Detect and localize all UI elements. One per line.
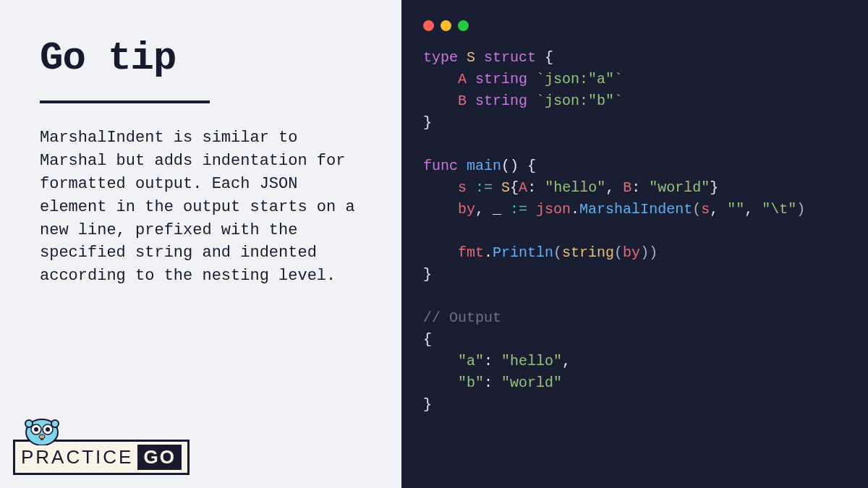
kw-struct: struct (484, 49, 536, 66)
brace: { (510, 179, 519, 196)
type-string: string (562, 244, 614, 261)
func-println: Println (493, 244, 553, 261)
json-tag-a: `json:"a"` (536, 71, 623, 87)
title-divider (40, 100, 210, 103)
str-empty: "" (727, 201, 744, 218)
brace: { (536, 49, 553, 66)
func-marshal: MarshalIndent (579, 201, 692, 218)
minimize-dot-icon (441, 20, 451, 31)
page-title: Go tip (40, 36, 362, 80)
json-key-b: "b" (458, 374, 484, 391)
comma: , (744, 201, 762, 218)
code-panel: type S struct { A string `json:"a"` B st… (401, 0, 868, 488)
arg-s: s (701, 201, 710, 218)
colon: : (484, 374, 501, 391)
dot: . (484, 244, 493, 261)
field-a: A (458, 71, 467, 87)
paren: ) (796, 201, 805, 218)
window-controls (423, 20, 846, 31)
json-key-a: "a" (458, 353, 484, 369)
underscore: _ (493, 201, 501, 218)
var-by: by (458, 201, 475, 218)
dot: . (571, 201, 579, 218)
close-brace: } (423, 266, 432, 283)
maximize-dot-icon (458, 20, 469, 31)
colon: : (484, 353, 501, 369)
json-val-world: "world" (501, 374, 562, 391)
logo-go-text: GO (137, 445, 181, 470)
field-a: A (519, 179, 527, 196)
svg-point-1 (25, 420, 33, 427)
comment-output: // Output (423, 309, 501, 326)
logo-area: PRACTICE GO (13, 409, 190, 475)
comma: , (605, 179, 623, 196)
colon: : (527, 179, 545, 196)
str-world: "world" (649, 179, 710, 196)
op-assign: := (501, 201, 536, 218)
comma: , (475, 201, 493, 218)
svg-point-2 (51, 420, 59, 427)
svg-point-5 (34, 427, 38, 432)
field-b: B (623, 179, 631, 196)
paren-close: )) (640, 244, 658, 261)
field-b: B (458, 93, 467, 109)
comma: , (710, 201, 727, 218)
paren: ( (692, 201, 701, 218)
left-panel: Go tip MarshalIndent is similar to Marsh… (0, 0, 401, 488)
type-name: S (467, 49, 475, 66)
type-string: string (475, 71, 527, 87)
comma: , (562, 353, 571, 369)
str-hello: "hello" (545, 179, 605, 196)
str-tab: "\t" (762, 201, 796, 218)
json-close: } (423, 396, 432, 413)
svg-point-7 (39, 435, 45, 439)
kw-type: type (423, 49, 458, 66)
pkg-json: json (536, 201, 571, 218)
code-block: type S struct { A string `json:"a"` B st… (423, 47, 846, 416)
close-brace: } (423, 114, 432, 131)
description-text: MarshalIndent is similar to Marshal but … (40, 127, 362, 288)
type-s: S (501, 179, 510, 196)
kw-func: func (423, 158, 458, 174)
pkg-fmt: fmt (458, 244, 484, 261)
colon: : (631, 179, 649, 196)
parens: () { (501, 158, 536, 174)
json-val-hello: "hello" (501, 353, 562, 369)
brace: } (710, 179, 718, 196)
paren: ( (614, 244, 623, 261)
json-open: { (423, 331, 432, 348)
close-dot-icon (423, 20, 434, 31)
var-by: by (623, 244, 640, 261)
gopher-icon (20, 409, 64, 445)
svg-point-6 (46, 427, 50, 432)
var-s: s (458, 179, 467, 196)
op-assign: := (475, 179, 493, 196)
json-tag-b: `json:"b"` (536, 93, 623, 109)
paren: ( (553, 244, 562, 261)
type-string: string (475, 93, 527, 109)
func-main: main (467, 158, 501, 174)
logo-practice-text: PRACTICE (21, 446, 133, 468)
